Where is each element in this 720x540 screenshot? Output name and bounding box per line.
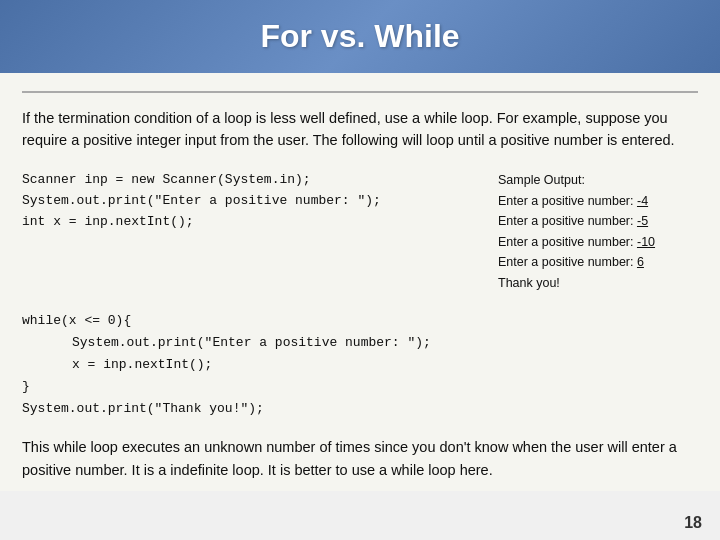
code-line-1: Scanner inp = new Scanner(System.in);	[22, 170, 488, 191]
intro-paragraph: If the termination condition of a loop i…	[22, 107, 698, 152]
sample-output-block: Sample Output: Enter a positive number: …	[498, 170, 698, 294]
slide-header: For vs. While	[0, 0, 720, 73]
sample-value-1: -4	[637, 194, 648, 208]
while-line-3: x = inp.nextInt();	[72, 354, 698, 376]
sample-line-3: Enter a positive number: -10	[498, 232, 698, 253]
while-line-2: System.out.print("Enter a positive numbe…	[72, 332, 698, 354]
while-line-5: System.out.print("Thank you!");	[22, 398, 698, 420]
slide-title: For vs. While	[260, 18, 459, 54]
sample-line-5: Thank you!	[498, 273, 698, 294]
code-line-2: System.out.print("Enter a positive numbe…	[22, 191, 488, 212]
code-line-3: int x = inp.nextInt();	[22, 212, 488, 233]
footer-paragraph: This while loop executes an unknown numb…	[22, 436, 698, 481]
sample-value-2: -5	[637, 214, 648, 228]
top-divider	[22, 91, 698, 93]
sample-line-2: Enter a positive number: -5	[498, 211, 698, 232]
page-number: 18	[684, 514, 702, 532]
while-code-block: while(x <= 0){ System.out.print("Enter a…	[22, 310, 698, 420]
code-block-top: Scanner inp = new Scanner(System.in); Sy…	[22, 170, 488, 294]
sample-line-1: Enter a positive number: -4	[498, 191, 698, 212]
code-output-row: Scanner inp = new Scanner(System.in); Sy…	[22, 170, 698, 294]
sample-value-3: -10	[637, 235, 655, 249]
sample-value-4: 6	[637, 255, 644, 269]
sample-line-4: Enter a positive number: 6	[498, 252, 698, 273]
sample-output-title: Sample Output:	[498, 170, 698, 191]
while-line-4: }	[22, 376, 698, 398]
slide-content: If the termination condition of a loop i…	[0, 73, 720, 491]
while-line-1: while(x <= 0){	[22, 310, 698, 332]
